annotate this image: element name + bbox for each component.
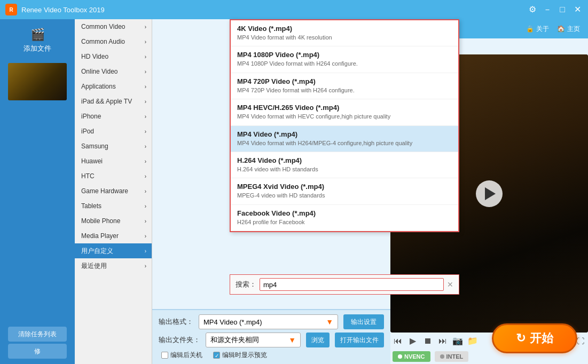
preview-checkbox[interactable]: ✓ 编辑时显示预览: [213, 351, 267, 360]
arrow-icon: ›: [145, 173, 146, 179]
sidebar: 🎬 添加文件 清除任务列表 修: [0, 19, 75, 364]
search-label: 搜索：: [236, 280, 256, 289]
nvenc-label: NVENC: [404, 353, 425, 360]
menu-item-applications[interactable]: Applications ›: [75, 79, 152, 94]
close-button[interactable]: ✕: [572, 5, 583, 14]
minimize-button[interactable]: －: [542, 5, 553, 14]
play-button[interactable]: [476, 180, 503, 207]
format-option-h264[interactable]: H.264 Video (*.mp4) H.264 video with HD …: [231, 152, 458, 178]
arrow-icon: ›: [145, 129, 146, 134]
settings-icon[interactable]: ⚙: [527, 5, 538, 14]
format-title: MP4 Video (*.mp4): [237, 130, 452, 138]
arrow-icon: ›: [145, 54, 146, 60]
menu-item-htc[interactable]: HTC ›: [75, 169, 152, 184]
format-option-1080p[interactable]: MP4 1080P Video (*.mp4) MP4 1080P Video …: [231, 46, 458, 73]
intel-dot: [440, 354, 444, 359]
format-dropdown: 4K Video (*.mp4) MP4 Video format with 4…: [230, 19, 459, 232]
browse-button[interactable]: 浏览: [306, 333, 330, 347]
search-clear-icon[interactable]: ✕: [447, 280, 453, 289]
format-desc: H264 profile for Facebook: [237, 218, 452, 226]
arrow-icon: ›: [145, 218, 146, 224]
logo-text: R: [9, 7, 13, 13]
main-container: 🎬 添加文件 清除任务列表 修 Common Video › Common Au…: [0, 19, 588, 364]
format-desc: H.264 video with HD standards: [237, 165, 452, 173]
title-bar-left: R Renee Video Toolbox 2019: [5, 4, 105, 15]
format-select[interactable]: MP4 Video (*.mp4) ▼: [199, 314, 338, 329]
play-pause-button[interactable]: ▶: [407, 336, 418, 346]
menu-item-recent[interactable]: 最近使用 ›: [75, 258, 152, 273]
nvenc-badge[interactable]: NVENC: [393, 351, 430, 362]
menu-item-ipad-apple-tv[interactable]: iPad && Apple TV ›: [75, 94, 152, 109]
menu-item-media-player[interactable]: Media Player ›: [75, 228, 152, 243]
arrow-icon: ›: [145, 263, 146, 269]
prev-button[interactable]: ⏮: [393, 336, 403, 346]
menu-item-samsung[interactable]: Samsung ›: [75, 139, 152, 154]
format-title: MPEG4 Xvid Video (*.mp4): [237, 183, 452, 191]
format-desc: MPEG-4 video with HD standards: [237, 192, 452, 200]
home-label: 主页: [567, 25, 580, 34]
home-button[interactable]: 🏠 主页: [557, 25, 580, 34]
controls-left: ⏮ ▶ ⏹ ⏭ 📷 📁: [393, 336, 478, 346]
format-option-mpeg4[interactable]: MPEG4 Xvid Video (*.mp4) MPEG-4 video wi…: [231, 178, 458, 204]
intel-label: INTEL: [446, 353, 464, 360]
arrow-icon: ›: [145, 84, 146, 90]
format-option-mp4[interactable]: MP4 Video (*.mp4) MP4 Video format with …: [231, 126, 458, 152]
arrow-icon: ›: [145, 248, 146, 254]
shutdown-checkbox[interactable]: 编辑后关机: [161, 351, 202, 360]
edit-button[interactable]: 修: [8, 344, 67, 359]
search-bar: 搜索： ✕: [230, 274, 459, 295]
format-title: MP4 1080P Video (*.mp4): [237, 51, 452, 59]
format-title: MP4 720P Video (*.mp4): [237, 77, 452, 85]
add-file-icon: 🎬: [30, 28, 45, 42]
format-option-hevc[interactable]: MP4 HEVC/H.265 Video (*.mp4) MP4 Video f…: [231, 99, 458, 125]
menu-item-game-hardware[interactable]: Game Hardware ›: [75, 184, 152, 199]
menu-item-tablets[interactable]: Tablets ›: [75, 199, 152, 213]
format-option-4k[interactable]: 4K Video (*.mp4) MP4 Video format with 4…: [231, 20, 458, 46]
format-row: 输出格式： MP4 Video (*.mp4) ▼ 输出设置: [159, 314, 384, 329]
checkbox-row: 编辑后关机 ✓ 编辑时显示预览: [159, 351, 384, 360]
arrow-icon: ›: [145, 203, 146, 209]
format-option-720p[interactable]: MP4 720P Video (*.mp4) MP4 720P Video fo…: [231, 73, 458, 99]
format-menu: Common Video › Common Audio › HD Video ›…: [75, 19, 152, 364]
arrow-icon: ›: [145, 233, 146, 239]
arrow-icon: ›: [145, 69, 146, 75]
menu-item-mobile-phone[interactable]: Mobile Phone ›: [75, 213, 152, 228]
folder-value: 和源文件夹相同: [210, 335, 259, 345]
arrow-icon: ›: [145, 144, 146, 149]
menu-item-online-video[interactable]: Online Video ›: [75, 64, 152, 79]
format-desc: MP4 Video format with 4K resolution: [237, 34, 452, 42]
folder-select[interactable]: 和源文件夹相同 ▼: [206, 333, 301, 347]
lock-icon: 🔒: [526, 25, 534, 33]
menu-item-common-video[interactable]: Common Video ›: [75, 19, 152, 34]
about-button[interactable]: 🔒 关于: [526, 25, 549, 34]
menu-item-huawei[interactable]: Huawei ›: [75, 154, 152, 169]
clear-tasks-button[interactable]: 清除任务列表: [8, 327, 67, 342]
menu-item-iphone[interactable]: iPhone ›: [75, 109, 152, 124]
screenshot-icon[interactable]: 📷: [452, 336, 463, 346]
arrow-icon: ›: [145, 188, 146, 194]
format-title: Facebook Video (*.mp4): [237, 209, 452, 217]
folder-row: 输出文件夹： 和源文件夹相同 ▼ 浏览 打开输出文件: [159, 333, 384, 347]
format-label: 输出格式：: [159, 317, 193, 327]
thumbnail-preview: [8, 63, 67, 100]
stop-button[interactable]: ⏹: [422, 336, 433, 346]
add-file-button[interactable]: 🎬 添加文件: [11, 25, 64, 57]
start-button[interactable]: ↻ 开始: [492, 323, 577, 353]
search-input[interactable]: [260, 278, 444, 291]
next-button[interactable]: ⏭: [437, 336, 448, 346]
format-value: MP4 Video (*.mp4): [203, 318, 262, 326]
intel-badge[interactable]: INTEL: [435, 351, 469, 362]
output-settings-button[interactable]: 输出设置: [343, 314, 384, 329]
add-file-label: 添加文件: [23, 44, 51, 53]
folder-icon[interactable]: 📁: [467, 336, 478, 346]
maximize-button[interactable]: □: [557, 5, 568, 14]
format-title: 4K Video (*.mp4): [237, 25, 452, 33]
menu-item-ipod[interactable]: iPod ›: [75, 124, 152, 139]
sidebar-bottom-buttons: 清除任务列表 修: [0, 327, 75, 364]
menu-item-user-custom[interactable]: 用户自定义 ›: [75, 243, 152, 258]
format-option-facebook[interactable]: Facebook Video (*.mp4) H264 profile for …: [231, 205, 458, 231]
arrow-icon: ›: [145, 99, 146, 105]
menu-item-common-audio[interactable]: Common Audio ›: [75, 34, 152, 49]
open-output-button[interactable]: 打开输出文件: [335, 333, 384, 347]
menu-item-hd-video[interactable]: HD Video ›: [75, 49, 152, 64]
